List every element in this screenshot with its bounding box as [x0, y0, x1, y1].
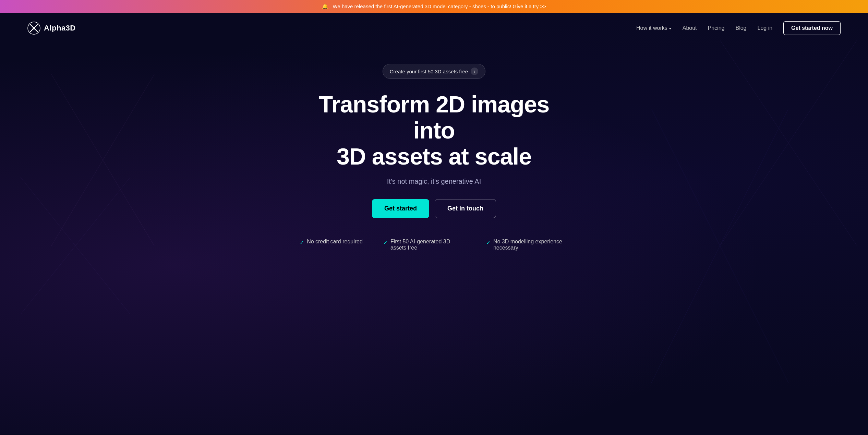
pill-badge[interactable]: Create your first 50 3D assets free › — [383, 64, 485, 79]
nav-pricing[interactable]: Pricing — [708, 25, 725, 31]
check-icon-3: ✓ — [486, 239, 491, 246]
hero-section: Create your first 50 3D assets free › Tr… — [0, 43, 868, 278]
hero-buttons: Get started Get in touch — [372, 199, 496, 218]
navbar: Alpha3D How it works About Pricing Blog … — [0, 13, 868, 43]
chevron-down-icon — [669, 28, 672, 29]
check-icon-1: ✓ — [300, 239, 304, 246]
announcement-text: We have released the first AI-generated … — [333, 3, 546, 9]
nav-login[interactable]: Log in — [758, 25, 773, 31]
nav-links: How it works About Pricing Blog Log in G… — [636, 21, 841, 35]
feature-no-experience: ✓ No 3D modelling experience necessary — [486, 239, 568, 251]
svg-point-11 — [33, 27, 35, 29]
hero-title: Transform 2D images into 3D assets at sc… — [300, 91, 568, 169]
feature-free-assets: ✓ First 50 AI-generated 3D assets free — [383, 239, 466, 251]
logo[interactable]: Alpha3D — [27, 22, 76, 35]
hero-subtitle: It's not magic, it's generative AI — [387, 178, 481, 185]
announcement-banner[interactable]: 🔔 We have released the first AI-generate… — [0, 0, 868, 13]
nav-how-it-works[interactable]: How it works — [636, 25, 672, 31]
pill-badge-text: Create your first 50 3D assets free — [390, 69, 468, 74]
feature-bullets: ✓ No credit card required ✓ First 50 AI-… — [300, 239, 568, 251]
check-icon-2: ✓ — [383, 239, 388, 246]
pill-arrow-icon: › — [471, 68, 478, 75]
logo-icon — [27, 22, 40, 35]
nav-get-started-button[interactable]: Get started now — [783, 21, 841, 35]
get-in-touch-button[interactable]: Get in touch — [435, 199, 496, 218]
logo-text: Alpha3D — [44, 24, 76, 33]
nav-blog[interactable]: Blog — [735, 25, 746, 31]
nav-about[interactable]: About — [683, 25, 697, 31]
feature-no-credit-card: ✓ No credit card required — [300, 239, 363, 246]
get-started-button[interactable]: Get started — [372, 199, 429, 218]
announcement-bell: 🔔 — [322, 3, 328, 9]
